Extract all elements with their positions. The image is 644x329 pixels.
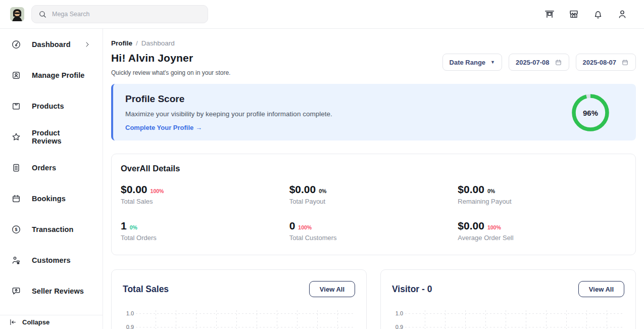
sidebar-item-label: Orders — [32, 164, 56, 172]
view-all-button[interactable]: View All — [578, 281, 624, 297]
main-content: Profile / Dashboard Hi! Alvin Joyner Qui… — [103, 29, 644, 329]
stat-label: Total Payout — [289, 198, 458, 205]
search-bar[interactable] — [31, 5, 208, 23]
chart-grid — [136, 310, 355, 329]
overall-details-title: OverAll Details — [121, 164, 626, 173]
stat-value: $0.00 — [121, 184, 147, 195]
breadcrumb: Profile / Dashboard — [111, 39, 636, 47]
stat-label: Total Orders — [121, 234, 289, 242]
sidebar-item-bookings[interactable]: Bookings — [0, 183, 103, 214]
date-to-value: 2025-08-07 — [583, 59, 617, 66]
profile-score-ring: 96% — [571, 93, 610, 132]
chart-area: 1.0 0.9 — [123, 310, 355, 329]
product-box-icon — [11, 101, 21, 111]
sidebar-item-label: Products — [32, 102, 64, 110]
sidebar-item-customers[interactable]: Customers — [0, 245, 103, 275]
stat-total-orders: 1 0% Total Orders — [121, 220, 289, 242]
stat-label: Remaining Payout — [458, 198, 626, 205]
chevron-right-icon — [83, 40, 91, 49]
overall-details-card: OverAll Details $0.00 100% Total Sales $… — [111, 154, 636, 255]
stat-value: 1 — [121, 220, 127, 231]
stat-total-customers: 0 100% Total Customers — [289, 220, 458, 242]
stat-value: $0.00 — [458, 184, 484, 195]
stat-value: $0.00 — [289, 184, 316, 195]
dollar-circle-icon: $ — [11, 224, 21, 234]
breadcrumb-profile[interactable]: Profile — [111, 39, 132, 47]
profile-score-card: Profile Score Maximize your visibility b… — [111, 84, 636, 140]
dashboard-icon — [11, 39, 21, 50]
chart-y-axis: 1.0 0.9 — [392, 310, 405, 329]
date-to-input[interactable]: 2025-08-07 — [576, 54, 636, 71]
stat-percent: 0% — [319, 188, 326, 194]
y-tick: 0.9 — [126, 324, 134, 329]
caret-down-icon: ▼ — [490, 60, 495, 65]
y-tick: 1.0 — [395, 310, 403, 317]
storefront-icon[interactable] — [568, 9, 579, 20]
page-title: Hi! Alvin Joyner — [111, 52, 230, 64]
topbar-actions — [544, 9, 634, 20]
date-controls: Date Range ▼ 2025-07-08 2025-08-07 — [442, 54, 636, 71]
customer-cart-icon — [11, 255, 21, 265]
calendar-icon — [621, 59, 629, 66]
y-tick: 1.0 — [126, 310, 134, 317]
stat-percent: 100% — [298, 224, 312, 230]
sidebar-item-label: Bookings — [32, 195, 66, 203]
chart-plot — [136, 310, 355, 329]
search-input[interactable] — [52, 11, 201, 18]
review-bubble-icon — [11, 286, 21, 296]
date-range-select[interactable]: Date Range ▼ — [442, 54, 502, 71]
stat-value: $0.00 — [458, 220, 484, 231]
breadcrumb-separator: / — [136, 39, 138, 47]
profile-score-title: Profile Score — [125, 93, 332, 105]
stat-percent: 0% — [487, 188, 495, 194]
profile-score-description: Maximize your visibility by keeping your… — [125, 110, 332, 118]
search-icon — [38, 10, 47, 19]
user-icon[interactable] — [617, 9, 628, 20]
bell-icon[interactable] — [592, 9, 604, 20]
sidebar-item-label: Manage Profile — [32, 71, 85, 79]
sidebar-item-label: Product Reviews — [32, 129, 91, 145]
sidebar-item-product-reviews[interactable]: Product Reviews — [0, 121, 103, 152]
avatar-image — [10, 7, 24, 21]
star-icon — [11, 132, 21, 142]
date-from-value: 2025-07-08 — [516, 59, 550, 66]
sidebar-item-orders[interactable]: Orders — [0, 152, 103, 183]
date-from-input[interactable]: 2025-07-08 — [509, 54, 569, 71]
sidebar-item-label: Customers — [32, 256, 71, 264]
chart-area: 1.0 0.9 — [392, 310, 624, 329]
profile-score-percent: 96% — [571, 93, 610, 132]
sidebar-item-transaction[interactable]: $ Transaction — [0, 214, 103, 245]
view-all-button[interactable]: View All — [309, 281, 355, 297]
stat-remaining-payout: $0.00 0% Remaining Payout — [458, 184, 626, 205]
sidebar-item-dashboard[interactable]: Dashboard — [0, 29, 103, 60]
stall-icon[interactable] — [544, 9, 555, 20]
breadcrumb-dashboard: Dashboard — [141, 39, 175, 47]
sidebar-item-label: Transaction — [32, 225, 74, 233]
stat-percent: 100% — [151, 188, 164, 194]
chart-plot — [405, 310, 624, 329]
avatar[interactable] — [10, 7, 24, 21]
complete-profile-link[interactable]: Complete Your Profile → — [125, 124, 202, 131]
page-header: Hi! Alvin Joyner Quickly review what's g… — [111, 52, 636, 76]
calendar-icon — [555, 59, 562, 66]
greeting-block: Hi! Alvin Joyner Quickly review what's g… — [111, 52, 230, 76]
sidebar-item-products[interactable]: Products — [0, 90, 103, 121]
stat-average-order-sell: $0.00 100% Average Order Sell — [458, 220, 626, 242]
orders-icon — [11, 163, 21, 173]
profile-score-text: Profile Score Maximize your visibility b… — [125, 93, 332, 132]
page-subtitle: Quickly review what's going on in your s… — [111, 69, 230, 76]
stat-total-sales: $0.00 100% Total Sales — [121, 184, 289, 205]
charts-row: Total Sales View All 1.0 0.9 Visitor - 0… — [111, 269, 636, 329]
stat-total-payout: $0.00 0% Total Payout — [289, 184, 458, 205]
stat-label: Average Order Sell — [458, 234, 626, 242]
sidebar-item-label: Dashboard — [32, 40, 71, 49]
stat-label: Total Sales — [121, 198, 289, 205]
sidebar-item-label: Seller Reviews — [32, 287, 84, 295]
sidebar-item-seller-reviews[interactable]: Seller Reviews — [0, 275, 103, 306]
sidebar-collapse-button[interactable]: Collapse — [0, 315, 103, 329]
profile-card-icon — [11, 70, 21, 80]
collapse-label: Collapse — [22, 318, 49, 326]
top-bar — [0, 0, 644, 29]
sidebar-item-manage-profile[interactable]: Manage Profile — [0, 60, 103, 90]
calendar-icon — [11, 194, 21, 204]
